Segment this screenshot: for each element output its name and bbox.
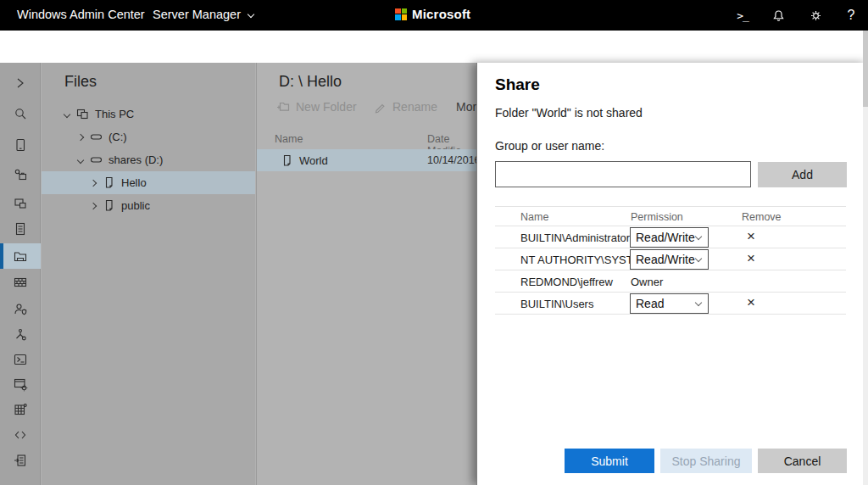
permission-row-owner: REDMOND\jeffrew Owner: [495, 270, 846, 293]
notifications-bell-icon[interactable]: [763, 0, 793, 31]
files-panel: Files This PC (C:) shares (D:) Hello: [42, 63, 255, 485]
current-path-title: D: \ Hello: [279, 73, 342, 91]
remote-desktop-icon[interactable]: [0, 422, 41, 448]
chevron-right-icon[interactable]: [90, 179, 97, 186]
submit-button[interactable]: Submit: [565, 449, 654, 473]
devices-icon[interactable]: [0, 191, 41, 216]
certificates-icon[interactable]: [0, 162, 41, 187]
expand-nav-icon[interactable]: [0, 70, 41, 96]
networks-icon[interactable]: [0, 322, 41, 348]
local-users-icon[interactable]: [0, 297, 41, 322]
permissions-table: Name Permission Remove BUILTIN\Administr…: [495, 206, 846, 315]
tree-item-c-drive[interactable]: (C:): [42, 125, 255, 148]
events-icon[interactable]: [0, 216, 41, 242]
chevron-down-icon[interactable]: [64, 110, 70, 117]
tree-item-public[interactable]: public: [42, 194, 255, 217]
top-bar: Windows Admin Center Server Manager Micr…: [0, 0, 868, 31]
permission-dropdown[interactable]: Read/Write: [630, 227, 709, 248]
column-permission: Permission: [631, 211, 683, 223]
registry-icon[interactable]: [0, 397, 41, 422]
pencil-icon: [374, 101, 387, 114]
permissions-header: Name Permission Remove: [495, 206, 846, 226]
drive-icon: [90, 131, 103, 143]
content-area: Files This PC (C:) shares (D:) Hello: [0, 63, 868, 485]
remove-button[interactable]: ×: [742, 293, 760, 312]
share-panel: Share Folder "World" is not shared Group…: [476, 63, 868, 485]
chevron-down-icon[interactable]: [77, 156, 84, 163]
pc-icon: [76, 108, 89, 120]
rename-button[interactable]: Rename: [374, 100, 437, 114]
share-title: Share: [495, 75, 540, 94]
new-folder-button[interactable]: New Folder: [276, 100, 357, 114]
permission-row-users: BUILTIN\Users Read ×: [495, 293, 846, 315]
permission-dropdown[interactable]: Read/Write: [630, 249, 709, 270]
settings-gear-icon[interactable]: [800, 0, 831, 31]
file-row-world[interactable]: World 10/14/2016: [257, 149, 476, 171]
search-icon[interactable]: [0, 101, 41, 126]
tree-item-shares-d-drive[interactable]: shares (D:): [42, 148, 255, 171]
new-folder-icon: [276, 100, 290, 114]
file-toolbar: New Folder Rename Mor: [257, 100, 476, 124]
app-title: Windows Admin Center: [17, 8, 145, 21]
group-user-input[interactable]: [495, 161, 751, 187]
file-name: World: [299, 154, 328, 167]
help-icon[interactable]: ?: [836, 0, 866, 31]
column-name: Name: [275, 133, 303, 145]
drive-icon: [90, 153, 103, 166]
folder-icon: [281, 154, 293, 167]
files-panel-title: Files: [64, 73, 97, 91]
tools-sidebar: [0, 63, 41, 485]
owner-permission-text: Owner: [631, 276, 663, 288]
tool-header-strip: [0, 31, 868, 63]
server-manager-menu[interactable]: Server Manager: [153, 8, 253, 21]
permission-row-system: NT AUTHORITY\SYSTEM Read/Write ×: [495, 248, 846, 270]
microsoft-brand: Microsoft: [395, 7, 470, 21]
folder-icon: [103, 199, 115, 212]
files-icon[interactable]: [0, 243, 41, 269]
cancel-button[interactable]: Cancel: [758, 449, 847, 473]
more-button[interactable]: Mor: [456, 100, 476, 114]
remove-button[interactable]: ×: [742, 227, 760, 246]
file-date: 10/14/2016: [427, 154, 476, 166]
chevron-right-icon[interactable]: [77, 133, 84, 140]
file-list-header: Name Date Modifie: [257, 131, 476, 149]
file-list-panel: D: \ Hello New Folder Rename Mor Name Da…: [256, 63, 476, 485]
folder-icon: [103, 176, 115, 189]
powershell-icon[interactable]: [0, 347, 41, 372]
processes-icon[interactable]: [0, 371, 41, 397]
chevron-down-icon: [695, 254, 702, 261]
microsoft-logo-icon: [395, 8, 407, 20]
group-user-label: Group or user name:: [495, 139, 604, 153]
share-status-text: Folder "World" is not shared: [495, 106, 643, 120]
tree-item-hello[interactable]: Hello: [42, 171, 255, 194]
chevron-right-icon[interactable]: [90, 202, 97, 209]
chevron-down-icon: [695, 298, 702, 305]
overview-icon[interactable]: [0, 132, 41, 158]
chevron-down-icon: [248, 11, 254, 18]
column-remove: Remove: [742, 211, 782, 223]
firewall-icon[interactable]: [0, 270, 41, 295]
powershell-terminal-icon[interactable]: >_: [727, 0, 758, 31]
scheduled-tasks-icon[interactable]: [0, 448, 41, 473]
stop-sharing-button[interactable]: Stop Sharing: [660, 449, 752, 473]
chevron-down-icon: [695, 232, 702, 239]
remove-button[interactable]: ×: [742, 249, 760, 268]
tree-item-this-pc[interactable]: This PC: [42, 103, 255, 125]
column-name: Name: [520, 211, 548, 223]
permission-dropdown[interactable]: Read: [630, 293, 709, 314]
vertical-scrollbar[interactable]: [863, 31, 868, 485]
scrollbar-thumb[interactable]: [863, 31, 868, 107]
add-button[interactable]: Add: [758, 162, 847, 187]
permission-row-administrators: BUILTIN\Administrators Read/Write ×: [495, 226, 846, 248]
